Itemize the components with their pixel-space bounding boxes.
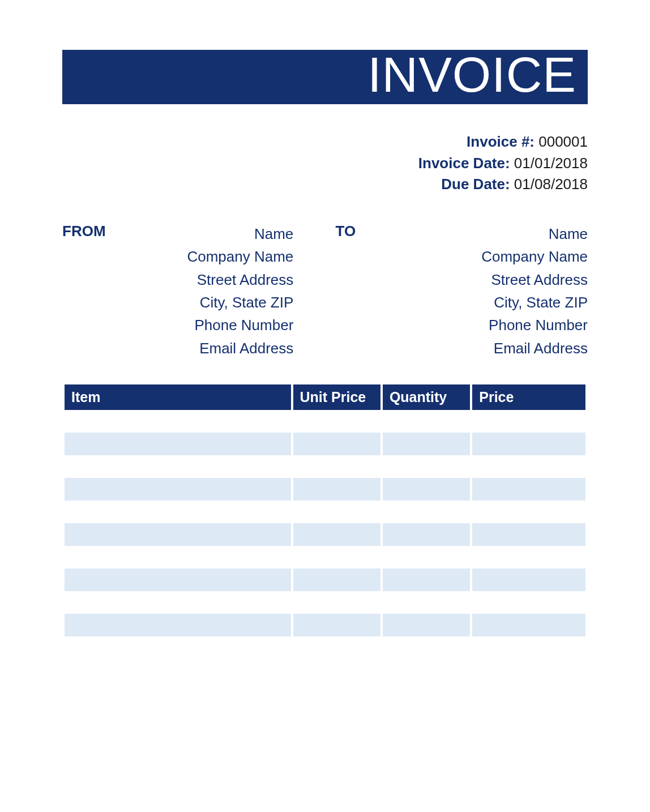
cell-unit-price — [293, 433, 380, 455]
from-phone: Phone Number — [121, 314, 293, 336]
from-city-state-zip: City, State ZIP — [121, 291, 293, 314]
table-row — [65, 614, 585, 636]
header-unit-price: Unit Price — [293, 384, 380, 410]
invoice-number-label: Invoice #: — [467, 133, 534, 150]
cell-price — [472, 478, 585, 501]
cell-quantity — [383, 433, 470, 455]
cell-price — [472, 410, 585, 433]
cell-item — [65, 569, 291, 591]
header-item: Item — [65, 384, 291, 410]
header-price: Price — [472, 384, 585, 410]
from-street: Street Address — [121, 268, 293, 291]
cell-quantity — [383, 478, 470, 501]
cell-unit-price — [293, 523, 380, 546]
cell-quantity — [383, 410, 470, 433]
header-quantity: Quantity — [383, 384, 470, 410]
due-date-value: 01/08/2018 — [514, 176, 588, 193]
table-row — [65, 455, 585, 478]
cell-price — [472, 614, 585, 636]
cell-unit-price — [293, 569, 380, 591]
due-date-label: Due Date: — [441, 176, 510, 193]
cell-unit-price — [293, 614, 380, 636]
table-row — [65, 636, 585, 659]
invoice-number-value: 000001 — [538, 133, 588, 150]
invoice-page: INVOICE Invoice #: 000001 Invoice Date: … — [0, 0, 650, 682]
invoice-date-label: Invoice Date: — [418, 155, 510, 172]
cell-quantity — [383, 455, 470, 478]
table-row — [65, 501, 585, 523]
from-block: FROM Name Company Name Street Address Ci… — [62, 223, 293, 360]
cell-unit-price — [293, 636, 380, 659]
to-phone: Phone Number — [395, 314, 588, 336]
from-name: Name — [121, 223, 293, 245]
to-fields: Name Company Name Street Address City, S… — [395, 223, 588, 360]
cell-price — [472, 501, 585, 523]
table-row — [65, 433, 585, 455]
cell-item — [65, 501, 291, 523]
cell-price — [472, 455, 585, 478]
table-row — [65, 478, 585, 501]
cell-price — [472, 546, 585, 569]
cell-item — [65, 410, 291, 433]
table-row — [65, 410, 585, 433]
cell-item — [65, 478, 291, 501]
cell-item — [65, 433, 291, 455]
cell-price — [472, 433, 585, 455]
cell-quantity — [383, 614, 470, 636]
invoice-title-banner: INVOICE — [62, 50, 588, 104]
cell-price — [472, 591, 585, 614]
cell-item — [65, 546, 291, 569]
invoice-date-line: Invoice Date: 01/01/2018 — [62, 153, 588, 174]
cell-unit-price — [293, 410, 380, 433]
from-company: Company Name — [121, 245, 293, 268]
from-fields: Name Company Name Street Address City, S… — [121, 223, 293, 360]
table-row — [65, 591, 585, 614]
cell-quantity — [383, 591, 470, 614]
to-company: Company Name — [395, 245, 588, 268]
invoice-title: INVOICE — [367, 46, 576, 102]
table-header-row: Item Unit Price Quantity Price — [65, 384, 585, 410]
cell-unit-price — [293, 478, 380, 501]
cell-item — [65, 523, 291, 546]
due-date-line: Due Date: 01/08/2018 — [62, 174, 588, 195]
cell-unit-price — [293, 455, 380, 478]
table-body — [65, 410, 585, 659]
cell-quantity — [383, 501, 470, 523]
cell-price — [472, 523, 585, 546]
cell-unit-price — [293, 546, 380, 569]
invoice-number-line: Invoice #: 000001 — [62, 131, 588, 153]
cell-quantity — [383, 569, 470, 591]
from-label: FROM — [62, 223, 108, 360]
cell-quantity — [383, 523, 470, 546]
from-email: Email Address — [121, 337, 293, 360]
cell-unit-price — [293, 501, 380, 523]
cell-price — [472, 569, 585, 591]
to-city-state-zip: City, State ZIP — [395, 291, 588, 314]
cell-quantity — [383, 546, 470, 569]
invoice-meta: Invoice #: 000001 Invoice Date: 01/01/20… — [62, 131, 588, 195]
cell-item — [65, 455, 291, 478]
cell-item — [65, 636, 291, 659]
cell-quantity — [383, 636, 470, 659]
invoice-date-value: 01/01/2018 — [514, 155, 588, 172]
table-row — [65, 569, 585, 591]
to-block: TO Name Company Name Street Address City… — [336, 223, 588, 360]
party-row: FROM Name Company Name Street Address Ci… — [62, 223, 588, 360]
to-label: TO — [336, 223, 381, 360]
cell-item — [65, 591, 291, 614]
to-name: Name — [395, 223, 588, 245]
to-street: Street Address — [395, 268, 588, 291]
items-table: Item Unit Price Quantity Price — [62, 384, 588, 659]
table-row — [65, 546, 585, 569]
to-email: Email Address — [395, 337, 588, 360]
cell-price — [472, 636, 585, 659]
table-row — [65, 523, 585, 546]
cell-item — [65, 614, 291, 636]
cell-unit-price — [293, 591, 380, 614]
